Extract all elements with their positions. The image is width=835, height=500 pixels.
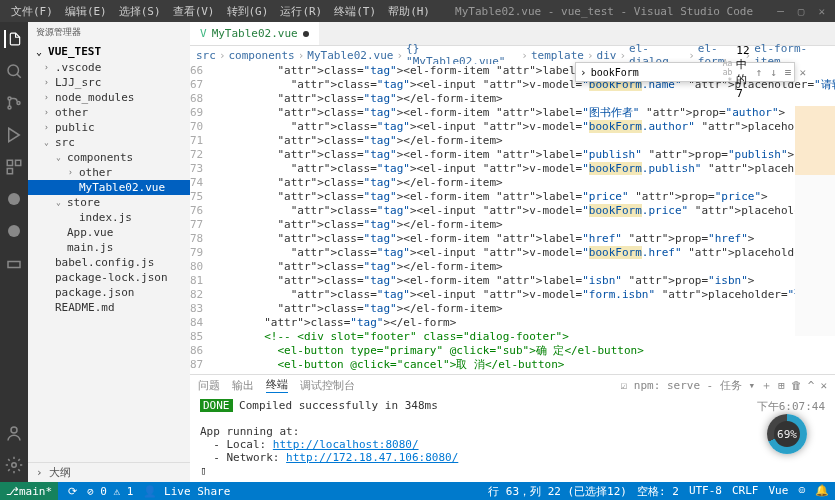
extensions-icon[interactable]: [5, 158, 23, 176]
svg-point-0: [8, 65, 19, 76]
window-controls: ─ ▢ ✕: [767, 5, 835, 18]
docker-icon[interactable]: [5, 254, 23, 272]
tree-item-README.md[interactable]: README.md: [28, 300, 190, 315]
tree-item-store[interactable]: ⌄store: [28, 195, 190, 210]
breadcrumb-item[interactable]: components: [229, 49, 295, 62]
eol-status[interactable]: CRLF: [732, 484, 759, 499]
svg-point-2: [8, 106, 11, 109]
tree-item-babel.config.js[interactable]: babel.config.js: [28, 255, 190, 270]
breadcrumb-item[interactable]: div: [597, 49, 617, 62]
search-icon[interactable]: [5, 62, 23, 80]
maximize-icon[interactable]: ▢: [798, 5, 805, 18]
compile-time: 下午6:07:44: [757, 399, 825, 414]
debug-icon[interactable]: [5, 126, 23, 144]
outline-section[interactable]: › 大纲: [28, 462, 190, 482]
menu-文件[interactable]: 文件(F): [6, 2, 58, 21]
indent-status[interactable]: 空格: 2: [637, 484, 679, 499]
find-widget[interactable]: › Aa ab .* 12 中的 7 ↑ ↓ ≡ ✕: [575, 62, 795, 82]
tree-item-MyTable02.vue[interactable]: MyTable02.vue: [28, 180, 190, 195]
tree-item-LJJ_src[interactable]: ›LJJ_src: [28, 75, 190, 90]
next-match-icon[interactable]: ↓: [768, 66, 779, 79]
encoding-status[interactable]: UTF-8: [689, 484, 722, 499]
tree-item-index.js[interactable]: index.js: [28, 210, 190, 225]
svg-marker-4: [9, 128, 20, 142]
github-icon[interactable]: [5, 222, 23, 240]
tree-item-other[interactable]: ›other: [28, 165, 190, 180]
code-area[interactable]: 6667686970717273747576777879808182838485…: [190, 64, 835, 374]
problems-status[interactable]: ⊘ 0 ⚠ 1: [87, 485, 133, 498]
tree-item-.vscode[interactable]: ›.vscode: [28, 60, 190, 75]
menu-终端[interactable]: 终端(T): [329, 2, 381, 21]
breadcrumb-item[interactable]: template: [531, 49, 584, 62]
feedback-icon[interactable]: ☺: [798, 484, 805, 499]
lang-status[interactable]: Vue: [769, 484, 789, 499]
edge-icon[interactable]: [5, 190, 23, 208]
tree-item-components[interactable]: ⌄components: [28, 150, 190, 165]
term-tab-0[interactable]: 问题: [198, 378, 220, 393]
svg-point-12: [12, 463, 17, 468]
search-input[interactable]: [591, 67, 719, 78]
menu-帮助[interactable]: 帮助(H): [383, 2, 435, 21]
editor: V MyTable02.vue src›components›MyTable02…: [190, 22, 835, 482]
minimap[interactable]: [795, 106, 835, 336]
network-url[interactable]: - Network: http://172.18.47.106:8080/: [213, 451, 458, 464]
svg-point-11: [11, 427, 17, 433]
prev-match-icon[interactable]: ↑: [754, 66, 765, 79]
chevron-right-icon[interactable]: ›: [580, 66, 587, 79]
minimize-icon[interactable]: ─: [777, 5, 784, 18]
gear-icon[interactable]: [5, 456, 23, 474]
sidebar: 资源管理器 ⌄ VUE_TEST ›.vscode›LJJ_src›node_m…: [28, 22, 190, 482]
match-count: 12 中的 7: [736, 44, 749, 100]
local-url[interactable]: - Local: http://localhost:8080/: [213, 438, 418, 451]
terminal-body[interactable]: DONE Compiled successfully in 348ms 下午6:…: [190, 395, 835, 482]
svg-rect-10: [8, 262, 20, 268]
svg-rect-6: [16, 160, 21, 165]
menu-bar: 文件(F)编辑(E)选择(S)查看(V)转到(G)运行(R)终端(T)帮助(H): [0, 2, 441, 21]
terminal-tabs: 问题输出终端调试控制台☑ npm: serve - 任务 ▾＋⊞🗑^✕: [190, 375, 835, 395]
svg-point-3: [17, 102, 20, 105]
activity-bar: [0, 22, 28, 482]
close-icon[interactable]: ✕: [818, 5, 825, 18]
tree-item-public[interactable]: ›public: [28, 120, 190, 135]
menu-查看[interactable]: 查看(V): [168, 2, 220, 21]
tree-item-main.js[interactable]: main.js: [28, 240, 190, 255]
svg-point-9: [8, 225, 20, 237]
progress-donut: 69%: [767, 414, 807, 454]
svg-point-1: [8, 97, 11, 100]
sync-icon[interactable]: ⟳: [68, 485, 77, 498]
git-branch[interactable]: ⎇ main*: [0, 482, 58, 500]
svg-rect-5: [7, 160, 12, 165]
project-name[interactable]: ⌄ VUE_TEST: [28, 43, 190, 60]
tree-item-package.json[interactable]: package.json: [28, 285, 190, 300]
cursor-position[interactable]: 行 63，列 22 (已选择12): [488, 484, 627, 499]
close-find-icon[interactable]: ✕: [797, 66, 808, 79]
tree-item-package-lock.json[interactable]: package-lock.json: [28, 270, 190, 285]
term-tab-3[interactable]: 调试控制台: [300, 378, 355, 393]
breadcrumb-item[interactable]: src: [196, 49, 216, 62]
code-body[interactable]: "attr">class="tag"><el-form-item "attr">…: [211, 64, 835, 374]
tree-item-src[interactable]: ⌄src: [28, 135, 190, 150]
titlebar: 文件(F)编辑(E)选择(S)查看(V)转到(G)运行(R)终端(T)帮助(H)…: [0, 0, 835, 22]
window-title: MyTable02.vue - vue_test - Visual Studio…: [441, 5, 767, 18]
menu-转到[interactable]: 转到(G): [222, 2, 274, 21]
svg-rect-7: [7, 169, 12, 174]
menu-选择[interactable]: 选择(S): [114, 2, 166, 21]
menu-运行[interactable]: 运行(R): [275, 2, 327, 21]
selection-icon[interactable]: ≡: [783, 66, 794, 79]
tree-item-App.vue[interactable]: App.vue: [28, 225, 190, 240]
explorer-icon[interactable]: [4, 30, 22, 48]
tab-mytable02[interactable]: V MyTable02.vue: [190, 22, 319, 45]
sidebar-header: 资源管理器: [28, 22, 190, 43]
term-tab-1[interactable]: 输出: [232, 378, 254, 393]
source-control-icon[interactable]: [5, 94, 23, 112]
menu-编辑[interactable]: 编辑(E): [60, 2, 112, 21]
tree-item-other[interactable]: ›other: [28, 105, 190, 120]
breadcrumb-item[interactable]: MyTable02.vue: [307, 49, 393, 62]
live-share[interactable]: 👤 Live Share: [143, 485, 230, 498]
tree-item-node_modules[interactable]: ›node_modules: [28, 90, 190, 105]
account-icon[interactable]: [5, 424, 23, 442]
svg-point-8: [8, 193, 20, 205]
term-tab-2[interactable]: 终端: [266, 377, 288, 393]
bell-icon[interactable]: 🔔: [815, 484, 829, 499]
status-bar: ⎇ main* ⟳ ⊘ 0 ⚠ 1 👤 Live Share 行 63，列 22…: [0, 482, 835, 500]
